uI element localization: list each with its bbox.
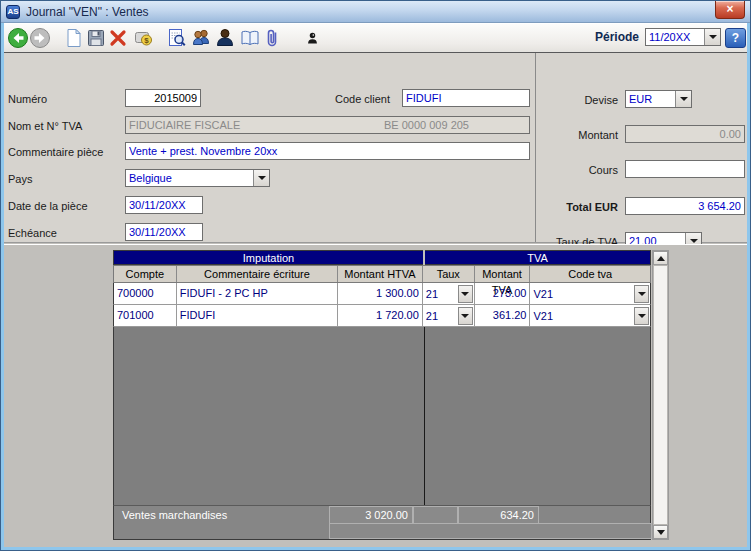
cell-montant-tva[interactable]: 361.20 bbox=[475, 305, 531, 326]
pays-select[interactable]: Belgique bbox=[125, 169, 270, 187]
help-button[interactable]: ? bbox=[725, 28, 746, 48]
pays-label: Pays bbox=[8, 173, 32, 185]
chevron-down-icon[interactable] bbox=[253, 170, 269, 186]
group-header-tva: TVA bbox=[425, 250, 651, 265]
chevron-down-icon[interactable] bbox=[704, 29, 720, 45]
app-window: AS Journal "VEN" : Ventes × $ bbox=[0, 0, 751, 551]
col-montant-tva: Montant TVA bbox=[475, 266, 531, 282]
numero-input[interactable] bbox=[125, 89, 201, 107]
total-eur-input[interactable] bbox=[625, 197, 745, 215]
close-button[interactable]: × bbox=[715, 1, 745, 19]
summary-row: Ventes marchandises 3 020.00 634.20 bbox=[113, 505, 651, 523]
code-client-label: Code client bbox=[335, 93, 390, 105]
save-icon bbox=[85, 27, 107, 49]
cell-code-tva[interactable]: V21 bbox=[530, 305, 650, 326]
summary-taux-empty bbox=[413, 506, 458, 524]
cell-compte[interactable]: 700000 bbox=[114, 283, 177, 304]
paperclip-icon bbox=[262, 27, 284, 49]
client-area: $ Période 11/20XX bbox=[4, 23, 747, 547]
date-piece-input[interactable] bbox=[125, 196, 203, 214]
clients-icon bbox=[190, 27, 212, 49]
chevron-down-icon[interactable] bbox=[634, 285, 649, 303]
form-divider bbox=[535, 53, 536, 242]
summary-label: Ventes marchandises bbox=[122, 506, 227, 524]
header-form: Numéro Code client Nom et N° TVA FIDUCIA… bbox=[4, 53, 747, 243]
back-icon bbox=[7, 27, 29, 49]
cours-label: Cours bbox=[538, 164, 618, 176]
nom-tva-value: FIDUCIAIRE FISCALE bbox=[129, 117, 240, 133]
scroll-down-icon[interactable] bbox=[653, 525, 668, 539]
cell-code-tva[interactable]: V21 bbox=[530, 283, 650, 304]
table-column-headers: Compte Commentaire écriture Montant HTVA… bbox=[113, 265, 651, 283]
commentaire-piece-input[interactable] bbox=[125, 142, 530, 160]
periode-select[interactable]: 11/20XX bbox=[645, 28, 721, 46]
summary-montant-htva: 3 020.00 bbox=[329, 506, 413, 524]
chevron-down-icon[interactable] bbox=[458, 307, 473, 325]
col-commentaire: Commentaire écriture bbox=[177, 266, 338, 282]
cell-taux[interactable]: 21 bbox=[423, 305, 475, 326]
pays-value: Belgique bbox=[126, 172, 253, 184]
devise-label: Devise bbox=[538, 94, 618, 106]
svg-text:$: $ bbox=[144, 36, 149, 45]
cell-commentaire[interactable]: FIDUFI bbox=[177, 305, 338, 326]
journal-book-icon bbox=[239, 27, 261, 49]
delete-button[interactable] bbox=[106, 26, 130, 50]
montant-input bbox=[625, 125, 745, 143]
journal-book-button[interactable] bbox=[238, 26, 262, 50]
title-bar[interactable]: AS Journal "VEN" : Ventes × bbox=[1, 1, 750, 23]
forward-button[interactable] bbox=[28, 26, 52, 50]
group-divider-line bbox=[424, 327, 425, 505]
echeance-label: Echéance bbox=[8, 227, 57, 239]
attachment-button[interactable] bbox=[261, 26, 285, 50]
client-button[interactable] bbox=[213, 26, 237, 50]
taux-value: 21 bbox=[423, 284, 458, 304]
periode-value: 11/20XX bbox=[646, 31, 704, 43]
chevron-down-icon[interactable] bbox=[675, 91, 691, 107]
chevron-down-icon[interactable] bbox=[458, 285, 473, 303]
devise-select[interactable]: EUR bbox=[625, 90, 692, 108]
code-client-input[interactable] bbox=[402, 89, 530, 107]
col-montant-htva: Montant HTVA bbox=[338, 266, 423, 282]
new-document-button[interactable] bbox=[62, 26, 86, 50]
cell-montant-htva[interactable]: 1 720.00 bbox=[338, 305, 423, 326]
table-group-header: Imputation TVA bbox=[113, 250, 651, 265]
user-button[interactable] bbox=[300, 26, 324, 50]
code-tva-value: V21 bbox=[530, 284, 634, 304]
chevron-down-icon[interactable] bbox=[634, 307, 649, 325]
taux-value: 21 bbox=[423, 306, 458, 326]
code-tva-value: V21 bbox=[530, 306, 634, 326]
cell-montant-tva[interactable]: 273.00 bbox=[475, 283, 531, 304]
echeance-input[interactable] bbox=[125, 223, 203, 241]
cours-input[interactable] bbox=[625, 160, 745, 178]
preview-button[interactable] bbox=[165, 26, 189, 50]
group-header-imputation: Imputation bbox=[113, 250, 423, 265]
user-icon bbox=[305, 31, 320, 46]
summary-empty-cell bbox=[329, 523, 652, 539]
scrollbar-thumb[interactable] bbox=[653, 265, 668, 525]
payment-button[interactable]: $ bbox=[132, 26, 156, 50]
empty-grid-area[interactable] bbox=[113, 327, 651, 505]
total-eur-label: Total EUR bbox=[538, 201, 618, 213]
col-code-tva: Code tva bbox=[530, 266, 650, 282]
forward-icon bbox=[29, 27, 51, 49]
summary-row-2 bbox=[113, 523, 651, 540]
col-compte: Compte bbox=[114, 266, 177, 282]
cell-taux[interactable]: 21 bbox=[423, 283, 475, 304]
numero-label: Numéro bbox=[8, 93, 47, 105]
save-button[interactable] bbox=[84, 26, 108, 50]
table-row: 701000 FIDUFI 1 720.00 21 361.20 V21 bbox=[113, 305, 651, 327]
client-icon bbox=[214, 27, 236, 49]
scroll-up-icon[interactable] bbox=[653, 251, 668, 265]
cell-montant-htva[interactable]: 1 300.00 bbox=[338, 283, 423, 304]
app-logo-icon: AS bbox=[6, 5, 20, 19]
window-title: Journal "VEN" : Ventes bbox=[26, 5, 149, 19]
vertical-scrollbar[interactable] bbox=[652, 250, 669, 540]
preview-icon bbox=[166, 27, 188, 49]
new-document-icon bbox=[63, 27, 85, 49]
periode-label: Période bbox=[595, 30, 639, 44]
back-button[interactable] bbox=[6, 26, 30, 50]
date-piece-label: Date de la pièce bbox=[8, 200, 88, 212]
cell-compte[interactable]: 701000 bbox=[114, 305, 177, 326]
cell-commentaire[interactable]: FIDUFI - 2 PC HP bbox=[177, 283, 338, 304]
clients-button[interactable] bbox=[189, 26, 213, 50]
